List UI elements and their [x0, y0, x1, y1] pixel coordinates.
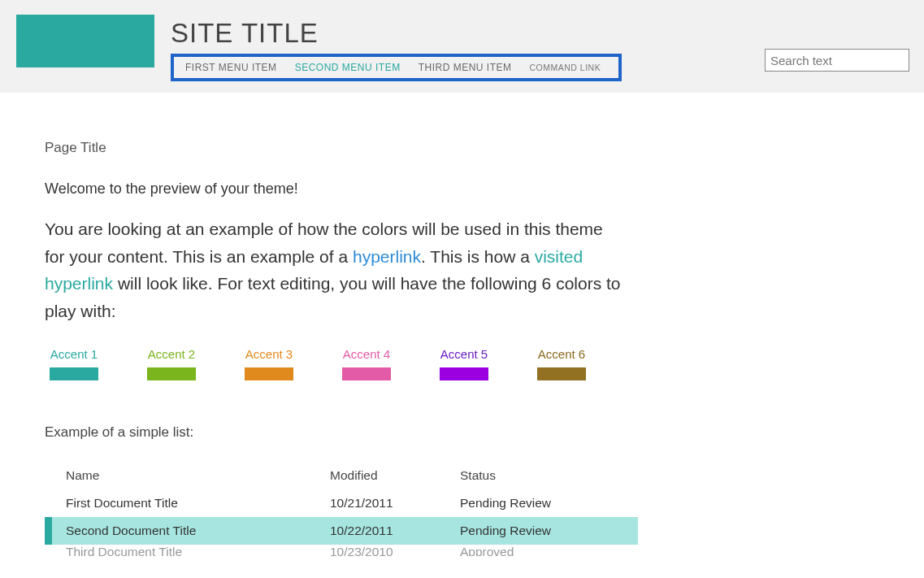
site-logo[interactable]: [16, 15, 154, 67]
site-title: SITE TITLE: [171, 18, 765, 49]
cell-status: Pending Review: [460, 496, 638, 511]
accent-2-swatch: [147, 367, 196, 380]
page-title: Page Title: [45, 140, 622, 156]
nav-item-first[interactable]: FIRST MENU ITEM: [185, 62, 277, 73]
accent-2: Accent 2: [147, 347, 196, 384]
nav-item-second[interactable]: SECOND MENU ITEM: [295, 62, 401, 73]
page-content: Page Title Welcome to the preview of you…: [0, 93, 666, 556]
accent-swatches: Accent 1 Accent 2 Accent 3 Accent 4 Acce…: [50, 347, 622, 384]
accent-4-swatch: [342, 367, 391, 380]
accent-3-label: Accent 3: [245, 347, 293, 361]
para-segment-2: . This is how a: [421, 247, 535, 266]
top-nav: FIRST MENU ITEM SECOND MENU ITEM THIRD M…: [171, 54, 622, 81]
nav-command-link[interactable]: COMMAND LINK: [529, 63, 601, 72]
cell-modified: 10/21/2011: [330, 496, 460, 511]
selection-indicator: [45, 517, 52, 545]
col-header-modified[interactable]: Modified: [330, 468, 460, 483]
table-row-selected[interactable]: Second Document Title 10/22/2011 Pending…: [45, 517, 638, 545]
cell-name: First Document Title: [66, 496, 330, 511]
search-input[interactable]: [765, 49, 909, 72]
list-section-title: Example of a simple list:: [45, 424, 622, 441]
cell-name: Second Document Title: [66, 524, 330, 538]
document-list: Name Modified Status First Document Titl…: [45, 462, 638, 556]
table-row[interactable]: First Document Title 10/21/2011 Pending …: [45, 489, 638, 517]
cell-modified: 10/23/2010: [330, 545, 460, 550]
title-nav-group: SITE TITLE FIRST MENU ITEM SECOND MENU I…: [171, 15, 765, 81]
accent-4-label: Accent 4: [342, 347, 391, 361]
accent-6-swatch: [537, 367, 586, 380]
accent-1-swatch: [50, 367, 98, 380]
accent-1-label: Accent 1: [50, 347, 98, 361]
cell-status: Approved: [460, 545, 638, 550]
col-header-name[interactable]: Name: [66, 468, 330, 483]
cell-modified: 10/22/2011: [330, 524, 460, 538]
cell-name: Third Document Title: [66, 545, 330, 550]
accent-6: Accent 6: [537, 347, 586, 384]
cell-status: Pending Review: [460, 524, 638, 538]
nav-item-third[interactable]: THIRD MENU ITEM: [419, 62, 512, 73]
accent-1: Accent 1: [50, 347, 98, 384]
accent-4: Accent 4: [342, 347, 391, 384]
accent-2-label: Accent 2: [147, 347, 196, 361]
table-header-row: Name Modified Status: [45, 462, 638, 489]
accent-5: Accent 5: [440, 347, 488, 384]
accent-5-label: Accent 5: [440, 347, 488, 361]
accent-5-swatch: [440, 367, 488, 380]
header-band: SITE TITLE FIRST MENU ITEM SECOND MENU I…: [0, 0, 924, 93]
table-row[interactable]: Third Document Title 10/23/2010 Approved: [45, 545, 638, 556]
col-header-status[interactable]: Status: [460, 468, 638, 483]
welcome-text: Welcome to the preview of your theme!: [45, 180, 622, 198]
para-segment-3: will look like. For text editing, you wi…: [45, 274, 621, 320]
search-wrap: [765, 49, 909, 72]
accent-3: Accent 3: [245, 347, 293, 384]
example-hyperlink[interactable]: hyperlink: [353, 247, 421, 266]
accent-6-label: Accent 6: [537, 347, 586, 361]
accent-3-swatch: [245, 367, 293, 380]
body-paragraph: You are looking at an example of how the…: [45, 215, 622, 324]
